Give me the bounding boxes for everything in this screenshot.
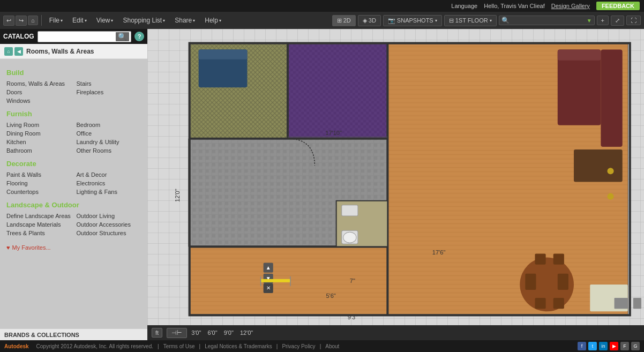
home-button[interactable]: ⌂ xyxy=(28,16,38,25)
floor-selector[interactable]: ⊟ 1ST FLOOR ▾ xyxy=(444,15,497,26)
lighting-fans-link[interactable]: Lighting & Fans xyxy=(77,188,141,196)
edit-menu[interactable]: Edit ▾ xyxy=(68,14,91,26)
zoom-in-button[interactable]: + xyxy=(597,16,609,25)
social-icons: f t in ▶ F G xyxy=(578,342,640,350)
snapshots-button[interactable]: 📷 SNAPSHOTS ▾ xyxy=(383,15,442,26)
2d-view-button[interactable]: ⊞ 2D xyxy=(332,15,356,26)
footer-sep-3: | xyxy=(276,343,278,349)
file-menu[interactable]: File ▾ xyxy=(45,14,67,26)
youtube-icon[interactable]: ▶ xyxy=(610,342,618,350)
view-controls: ⊞ 2D ◈ 3D 📷 SNAPSHOTS ▾ ⊟ 1ST FLOOR ▾ 🔍 … xyxy=(332,15,641,26)
rooms-walls-areas-link[interactable]: Rooms, Walls & Areas xyxy=(6,80,71,87)
share-icon-2[interactable]: G xyxy=(631,342,640,350)
floor-canvas[interactable]: 17'10" 12'0" 17'6" 7" 5'6" 9'3" ▲ ▼ xyxy=(147,29,644,340)
catalog-label: CATALOG xyxy=(3,33,34,40)
svg-rect-49 xyxy=(633,298,641,309)
ruler-button[interactable]: ⊣⊢ xyxy=(167,328,187,338)
living-room-link[interactable]: Living Room xyxy=(6,121,71,129)
language-selector[interactable]: Language xyxy=(451,3,477,9)
2d-icon: ⊞ xyxy=(337,17,342,24)
laundry-utility-link[interactable]: Laundry & Utility xyxy=(77,138,141,146)
canvas-column: 17'10" 12'0" 17'6" 7" 5'6" 9'3" ▲ ▼ xyxy=(147,29,644,340)
catalog-search-button[interactable]: 🔍 xyxy=(116,32,129,41)
dining-room-link[interactable]: Dining Room xyxy=(6,130,71,137)
unit-button[interactable]: ft xyxy=(152,328,162,338)
kitchen-link[interactable]: Kitchen xyxy=(6,138,71,146)
twitter-icon[interactable]: t xyxy=(588,342,597,350)
doors-link[interactable]: Doors xyxy=(6,88,71,96)
svg-text:5'6": 5'6" xyxy=(326,293,335,299)
trees-plants-link[interactable]: Trees & Plants xyxy=(6,229,71,237)
share-menu[interactable]: Share ▾ xyxy=(170,14,199,26)
favorites-link[interactable]: ♥ My Favorites... xyxy=(6,242,141,253)
3d-label: 3D xyxy=(369,17,376,24)
svg-text:7": 7" xyxy=(350,278,355,284)
3d-view-button[interactable]: ◈ 3D xyxy=(358,15,381,26)
home-breadcrumb-icon[interactable]: ⌂ xyxy=(4,47,13,56)
stairs-link[interactable]: Stairs xyxy=(77,80,141,87)
svg-rect-35 xyxy=(558,50,601,125)
share-icon-1[interactable]: F xyxy=(620,342,629,350)
svg-text:17'6": 17'6" xyxy=(432,249,446,256)
svg-rect-39 xyxy=(525,274,536,290)
redo-button[interactable]: ↪ xyxy=(16,16,27,26)
catalog-search: 🔍 xyxy=(38,31,131,42)
search-input[interactable] xyxy=(511,17,586,24)
define-landscape-link[interactable]: Define Landscape Areas xyxy=(6,212,71,220)
countertops-link[interactable]: Countertops xyxy=(6,188,71,196)
fullscreen-button[interactable]: ⛶ xyxy=(626,16,641,25)
legal-link[interactable]: Legal Notices & Trademarks xyxy=(205,343,272,349)
catalog-help-button[interactable]: ? xyxy=(134,32,144,41)
2d-label: 2D xyxy=(343,17,351,24)
undo-button[interactable]: ↩ xyxy=(3,16,14,26)
3d-icon: ◈ xyxy=(363,17,367,24)
outdoor-accessories-link[interactable]: Outdoor Accessories xyxy=(77,221,141,228)
feedback-button[interactable]: FEEDBACK xyxy=(596,2,640,10)
svg-text:9'3": 9'3" xyxy=(348,314,357,320)
top-bar: Language Hello, Travis Van Clieaf Design… xyxy=(0,0,644,12)
shopping-list-menu[interactable]: Shopping List ▾ xyxy=(118,14,169,26)
back-breadcrumb-icon[interactable]: ◀ xyxy=(14,47,23,56)
scale-9ft: 9'0" xyxy=(224,329,234,336)
linkedin-icon[interactable]: in xyxy=(599,342,608,350)
svg-rect-33 xyxy=(342,205,358,216)
bathroom-link[interactable]: Bathroom xyxy=(6,147,71,154)
paint-walls-link[interactable]: Paint & Walls xyxy=(6,171,71,178)
other-rooms-link[interactable]: Other Rooms xyxy=(77,147,141,154)
footer: Autodesk Copyright 2012 Autodesk, Inc. A… xyxy=(0,340,644,352)
terms-link[interactable]: Terms of Use xyxy=(163,343,195,349)
design-gallery-link[interactable]: Design Gallery xyxy=(551,3,590,9)
office-link[interactable]: Office xyxy=(77,130,141,137)
landscape-section-title: Landscape & Outdoor xyxy=(6,201,141,209)
help-menu[interactable]: Help ▾ xyxy=(200,14,226,26)
sidebar-column: CATALOG 🔍 ? ⌂ ◀ Rooms, Walls & Areas Bui… xyxy=(0,29,147,340)
footer-sep-4: | xyxy=(320,343,321,349)
flooring-link[interactable]: Flooring xyxy=(6,179,71,187)
svg-rect-36 xyxy=(558,50,601,61)
facebook-icon[interactable]: f xyxy=(578,342,586,350)
art-decor-link[interactable]: Art & Decor xyxy=(77,171,141,178)
view-menu[interactable]: View ▾ xyxy=(92,14,118,26)
svg-text:12'0": 12'0" xyxy=(174,189,181,202)
landscape-category-grid: Define Landscape Areas Outdoor Living La… xyxy=(6,212,141,237)
camera-icon: 📷 xyxy=(388,17,395,24)
privacy-link[interactable]: Privacy Policy xyxy=(282,343,315,349)
windows-link[interactable]: Windows xyxy=(6,97,71,104)
favorites-label: My Favorites... xyxy=(12,244,51,251)
fireplaces-link[interactable]: Fireplaces xyxy=(77,88,141,96)
outdoor-living-link[interactable]: Outdoor Living xyxy=(77,212,141,220)
app-layout: Language Hello, Travis Van Clieaf Design… xyxy=(0,0,644,352)
electronics-link[interactable]: Electronics xyxy=(77,179,141,187)
landscape-materials-link[interactable]: Landscape Materials xyxy=(6,221,71,228)
svg-rect-40 xyxy=(558,274,568,290)
scale-6ft: 6'0" xyxy=(207,329,217,336)
zoom-fit-button[interactable]: ⤢ xyxy=(611,16,624,26)
catalog-search-input[interactable] xyxy=(40,33,116,40)
breadcrumb-bar: ⌂ ◀ Rooms, Walls & Areas xyxy=(0,44,147,59)
canvas-bottom-bar: ft ⊣⊢ 3'0" 6'0" 9'0" 12'0" xyxy=(147,325,644,340)
svg-rect-48 xyxy=(615,298,628,309)
outdoor-structures-link[interactable]: Outdoor Structures xyxy=(77,229,141,237)
bedroom-link[interactable]: Bedroom xyxy=(77,121,141,129)
about-link[interactable]: About xyxy=(325,343,339,349)
brands-bar: BRANDS & COLLECTIONS xyxy=(0,328,147,340)
